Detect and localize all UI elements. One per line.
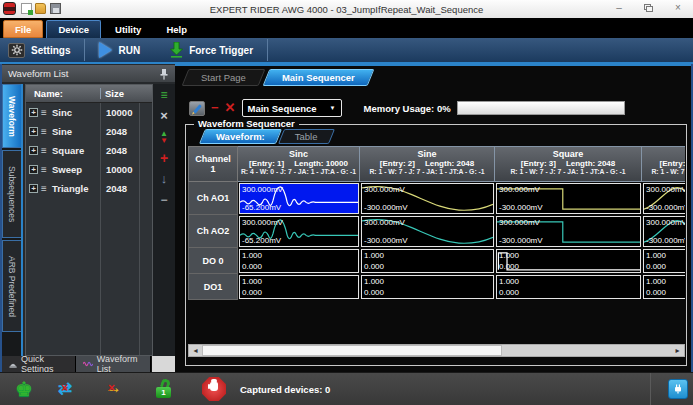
entry-header[interactable]: Sweep [Entry: 4]Length: 10000 R: 1 - W: … bbox=[642, 146, 685, 182]
digital-cell-square-do0[interactable]: 1.000 0.000 bbox=[496, 249, 641, 273]
edit-sequence-button[interactable] bbox=[189, 101, 205, 116]
pin-icon[interactable] bbox=[159, 68, 169, 80]
menu-tab-file[interactable]: File bbox=[3, 20, 43, 38]
list-item[interactable]: + ≡ Triangle 2048 bbox=[26, 179, 152, 198]
list-item[interactable]: + ≡ Sine 2048 bbox=[26, 122, 152, 141]
close-button[interactable]: × bbox=[671, 2, 685, 14]
menubar: File Device Utility Help bbox=[0, 18, 693, 38]
column-header-size[interactable]: Size bbox=[100, 88, 138, 99]
memory-usage-label: Memory Usage: 0% bbox=[364, 103, 451, 114]
restore-button[interactable] bbox=[641, 2, 655, 14]
vmax-label: 300.000mV bbox=[499, 185, 540, 194]
scroll-left-icon[interactable]: ◂ bbox=[189, 345, 202, 356]
entry-header[interactable]: Sine [Entry: 2]Length: 2048 R: 1 - W: 7 … bbox=[360, 146, 495, 182]
digital-cell-sine-do0[interactable]: 1.000 0.000 bbox=[361, 249, 494, 273]
side-tab-subsequences[interactable]: Subsequences bbox=[2, 150, 21, 238]
digital-low-label: 0.000 bbox=[364, 288, 384, 297]
king-icon[interactable]: ♚ bbox=[15, 378, 33, 400]
connect-plug-button[interactable] bbox=[668, 379, 688, 399]
captured-devices-label: Captured devices: 0 bbox=[240, 384, 330, 395]
memory-usage-bar bbox=[457, 101, 625, 115]
tab-start-page[interactable]: Start Page bbox=[185, 69, 262, 86]
digital-cell-sine-do1[interactable]: 1.000 0.000 bbox=[361, 275, 494, 299]
digital-cell-sweep-do1[interactable]: 1.000 0.000 bbox=[643, 275, 685, 299]
tab-quick-settings[interactable]: Quick Settings bbox=[2, 356, 76, 372]
tab-waveform-view[interactable]: Waveform: bbox=[202, 129, 279, 144]
waveform-cell-sweep-ao1[interactable]: 300.000mV -300.000mV bbox=[643, 183, 685, 214]
down-arrow-icon bbox=[170, 42, 183, 58]
digital-high-label: 1.000 bbox=[242, 251, 262, 260]
disconnect-icon[interactable]: ⇄ × bbox=[58, 378, 84, 400]
force-trigger-button[interactable]: Force Trigger bbox=[162, 38, 261, 62]
digital-high-label: 1.000 bbox=[499, 277, 519, 286]
menu-tab-device[interactable]: Device bbox=[46, 20, 101, 38]
plug-icon bbox=[672, 384, 684, 394]
waveform-cell-sinc-ao2[interactable]: 300.000mV -65.200mV bbox=[239, 216, 359, 247]
waveform-cell-sinc-ao1[interactable]: 300.000mV -65.200mV bbox=[239, 183, 359, 214]
vmax-label: 300.000mV bbox=[364, 185, 405, 194]
remove-icon[interactable]: − bbox=[157, 193, 172, 207]
delete-sequence-button[interactable]: ✕ bbox=[225, 101, 236, 115]
tab-table-view[interactable]: Table bbox=[281, 129, 332, 144]
waveform-cell-sine-ao1[interactable]: 300.000mV -300.000mV bbox=[361, 183, 494, 214]
scrollbar-thumb[interactable] bbox=[202, 345, 502, 356]
left-bottom-tabs: Quick Settings Waveform List bbox=[2, 356, 175, 372]
unlock-icon[interactable]: 1 bbox=[156, 378, 174, 400]
waveform-list-columns: Name: Size bbox=[26, 85, 152, 103]
menu-tab-help[interactable]: Help bbox=[155, 20, 198, 38]
entry-header[interactable]: Sinc [Entry: 1]Length: 10000 R: 4 - W: 0… bbox=[238, 146, 360, 182]
channel-header: Channel 1 bbox=[188, 146, 238, 182]
content-area: Waveform List Waveform Subsequences ARB … bbox=[0, 64, 693, 372]
add-entry-icon[interactable]: + bbox=[157, 151, 172, 165]
add-waveform-icon[interactable]: ≡ bbox=[157, 88, 172, 102]
horizontal-scrollbar[interactable]: ◂ ▸ bbox=[188, 344, 685, 357]
toolbar-separator bbox=[84, 39, 85, 61]
list-item[interactable]: + ≡ Sweep 10000 bbox=[26, 160, 152, 179]
main-panel: Start Page Main Sequencer − ✕ Main Seque… bbox=[175, 64, 691, 372]
waveform-cell-square-ao2[interactable]: 300.000mV -300.000mV bbox=[496, 216, 641, 247]
vmax-label: 300.000mV bbox=[499, 218, 540, 227]
delete-waveform-icon[interactable]: × bbox=[157, 109, 172, 123]
vmax-label: 300.000mV bbox=[242, 185, 283, 194]
column-header-name[interactable]: Name: bbox=[26, 88, 100, 99]
run-button[interactable]: RUN bbox=[91, 38, 148, 62]
expand-icon[interactable]: + bbox=[29, 108, 38, 117]
row-label: Ch AO2 bbox=[188, 215, 238, 248]
expand-icon[interactable]: + bbox=[29, 127, 38, 136]
import-export-icon[interactable]: ▲▼ bbox=[157, 130, 172, 144]
waveform-list-panel: Waveform List Waveform Subsequences ARB … bbox=[2, 64, 175, 372]
abort-transfer-icon[interactable]: → × bbox=[105, 378, 131, 400]
waveform-list-toolbar: ≡ × ▲▼ + ↓ − bbox=[153, 84, 175, 356]
list-item[interactable]: + ≡ Sinc 10000 bbox=[26, 103, 152, 122]
digital-cell-sinc-do0[interactable]: 1.000 0.000 bbox=[239, 249, 359, 273]
digital-cell-square-do1[interactable]: 1.000 0.000 bbox=[496, 275, 641, 299]
waveform-list-tab-label: Waveform List bbox=[97, 354, 143, 374]
settings-button[interactable]: Settings bbox=[0, 38, 78, 62]
scroll-right-icon[interactable]: ▸ bbox=[671, 345, 684, 356]
side-tab-arb-predefined[interactable]: ARB Predefined bbox=[2, 240, 21, 332]
sequencer-header-row: Channel 1 Sinc [Entry: 1]Length: 10000 R… bbox=[188, 146, 685, 182]
list-item[interactable]: + ≡ Square 2048 bbox=[26, 141, 152, 160]
row-label: Ch AO1 bbox=[188, 182, 238, 215]
minimize-button[interactable]: – bbox=[612, 2, 626, 14]
entry-header[interactable]: Square [Entry: 3]Length: 2048 R: 1 - W: … bbox=[495, 146, 642, 182]
expand-icon[interactable]: + bbox=[29, 146, 38, 155]
waveform-cell-sine-ao2[interactable]: 300.000mV -300.000mV bbox=[361, 216, 494, 247]
expand-icon[interactable]: + bbox=[29, 184, 38, 193]
vmin-label: -65.200mV bbox=[242, 203, 281, 212]
remove-sequence-button[interactable]: − bbox=[211, 101, 219, 115]
waveform-cell-sweep-ao2[interactable]: 300.000mV -300.000mV bbox=[643, 216, 685, 247]
sequencer-row-ao2: Ch AO2 300.000mV -65.200mV 300.000mV -30… bbox=[188, 215, 685, 248]
move-down-icon[interactable]: ↓ bbox=[157, 172, 172, 186]
tab-main-sequencer[interactable]: Main Sequencer bbox=[266, 69, 371, 86]
sequence-select[interactable]: Main Sequence ▼ bbox=[242, 99, 342, 117]
waveform-name: Square bbox=[50, 145, 100, 156]
digital-cell-sinc-do1[interactable]: 1.000 0.000 bbox=[239, 275, 359, 299]
waveform-cell-square-ao1[interactable]: 300.000mV -300.000mV bbox=[496, 183, 641, 214]
expand-icon[interactable]: + bbox=[29, 165, 38, 174]
menu-tab-utility[interactable]: Utility bbox=[104, 20, 152, 38]
side-tab-waveform[interactable]: Waveform bbox=[2, 84, 21, 148]
statusbar-separator bbox=[650, 373, 651, 405]
tab-waveform-list[interactable]: Waveform List bbox=[76, 356, 151, 372]
digital-cell-sweep-do0[interactable]: 1.000 0.000 bbox=[643, 249, 685, 273]
